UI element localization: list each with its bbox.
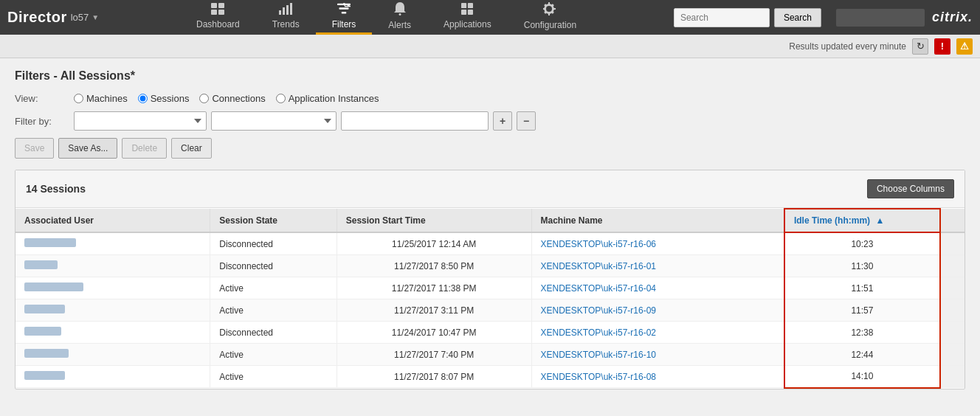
cell-state: Disconnected: [210, 255, 337, 277]
cell-idle-time: 14:10: [784, 366, 940, 388]
col-idle-time-label: Idle Time (hh:mm): [794, 215, 870, 226]
col-session-state[interactable]: Session State: [210, 209, 337, 232]
cell-user: [15, 232, 210, 255]
refresh-button[interactable]: ↻: [912, 38, 928, 55]
cell-machine-name[interactable]: XENDESKTOP\uk-i57-r16-02: [531, 322, 784, 344]
nav-item-alerts-label: Alerts: [388, 20, 411, 30]
cell-scroll: [940, 299, 965, 322]
cell-machine-name[interactable]: XENDESKTOP\uk-i57-r16-09: [531, 299, 784, 322]
filter-select-2[interactable]: [211, 111, 337, 131]
cell-scroll: [940, 322, 965, 344]
col-machine-name[interactable]: Machine Name: [531, 209, 784, 232]
radio-app-instances[interactable]: Application Instances: [276, 93, 379, 104]
brand-logo: Director: [7, 9, 67, 26]
cell-idle-time: 11:51: [784, 277, 940, 299]
cell-start-time: 11/27/2017 8:50 PM: [337, 255, 531, 277]
radio-connections-label: Connections: [212, 93, 265, 104]
svg-rect-9: [339, 7, 348, 9]
col-session-start-time[interactable]: Session Start Time: [337, 209, 531, 232]
warning-indicator[interactable]: ⚠: [956, 38, 973, 55]
search-input[interactable]: [674, 8, 770, 27]
cell-scroll: [940, 277, 965, 299]
filter-select-1[interactable]: [74, 111, 207, 131]
page-title: Filters - All Sessions*: [15, 69, 965, 83]
sessions-header: 14 Sessions Choose Columns: [15, 170, 965, 208]
cell-start-time: 11/24/2017 10:47 PM: [337, 322, 531, 344]
svg-rect-6: [286, 5, 289, 15]
svg-rect-14: [468, 3, 473, 8]
remove-filter-button[interactable]: −: [517, 111, 536, 131]
cell-user: [15, 255, 210, 277]
table-row: Disconnected11/27/2017 8:50 PMXENDESKTOP…: [15, 255, 965, 277]
nav-items: Dashboard Trends: [180, 0, 593, 35]
nav-item-applications-label: Applications: [444, 19, 491, 30]
cell-user: [15, 322, 210, 344]
save-button[interactable]: Save: [15, 138, 54, 159]
cell-user: [15, 344, 210, 366]
svg-rect-13: [461, 3, 466, 8]
nav-item-alerts[interactable]: Alerts: [372, 0, 427, 35]
radio-machines-label: Machines: [86, 93, 128, 104]
col-idle-time[interactable]: Idle Time (hh:mm) ▲: [784, 209, 940, 232]
cell-machine-name[interactable]: XENDESKTOP\uk-i57-r16-01: [531, 255, 784, 277]
cell-scroll: [940, 344, 965, 366]
radio-machines[interactable]: Machines: [74, 93, 128, 104]
main-content: Filters - All Sessions* View: Machines S…: [0, 58, 980, 401]
nav-item-filters[interactable]: Filters: [316, 0, 373, 35]
cell-scroll: [940, 232, 965, 255]
table-row: Active11/27/2017 3:11 PMXENDESKTOP\uk-i5…: [15, 299, 965, 322]
cell-machine-name[interactable]: XENDESKTOP\uk-i57-r16-10: [531, 344, 784, 366]
cell-machine-name[interactable]: XENDESKTOP\uk-i57-r16-06: [531, 232, 784, 255]
table-row: Disconnected11/25/2017 12:14 AMXENDESKTO…: [15, 232, 965, 255]
nav-item-trends[interactable]: Trends: [256, 0, 316, 35]
choose-columns-button[interactable]: Choose Columns: [867, 179, 954, 198]
col-associated-user[interactable]: Associated User: [15, 209, 210, 232]
radio-connections[interactable]: Connections: [199, 93, 265, 104]
view-radio-group: Machines Sessions Connections Applicatio…: [74, 93, 379, 104]
cell-idle-time: 12:38: [784, 322, 940, 344]
svg-rect-15: [461, 10, 466, 15]
cell-state: Active: [210, 277, 337, 299]
trends-icon: [279, 3, 292, 18]
alerts-icon: [394, 2, 406, 18]
nav-item-dashboard-label: Dashboard: [196, 19, 240, 30]
cell-machine-name[interactable]: XENDESKTOP\uk-i57-r16-04: [531, 277, 784, 299]
radio-sessions-label: Sessions: [151, 93, 190, 104]
site-selector[interactable]: lo57 ▼: [71, 12, 99, 23]
search-button[interactable]: Search: [774, 8, 821, 27]
cell-state: Active: [210, 366, 337, 388]
add-filter-button[interactable]: +: [493, 111, 512, 131]
site-name: lo57: [71, 12, 89, 23]
nav-item-trends-label: Trends: [272, 19, 300, 30]
radio-machines-input[interactable]: [74, 94, 83, 103]
cell-scroll: [940, 366, 965, 388]
citrix-logo: citrix.: [932, 10, 973, 25]
dashboard-icon: [211, 3, 224, 18]
nav-item-applications[interactable]: Applications: [427, 0, 508, 35]
radio-sessions-input[interactable]: [138, 94, 148, 103]
delete-button[interactable]: Delete: [122, 138, 167, 159]
table-row: Active11/27/2017 7:40 PMXENDESKTOP\uk-i5…: [15, 344, 965, 366]
nav-item-configuration[interactable]: Configuration: [508, 0, 593, 35]
table-header-row: Associated User Session State Session St…: [15, 209, 965, 232]
clear-button[interactable]: Clear: [171, 138, 212, 159]
filter-text-input[interactable]: [341, 111, 489, 131]
cell-start-time: 11/27/2017 7:40 PM: [337, 344, 531, 366]
configuration-icon: [543, 2, 556, 18]
error-indicator[interactable]: !: [934, 38, 950, 55]
svg-rect-16: [468, 10, 473, 15]
save-as-button[interactable]: Save As...: [58, 138, 117, 159]
cell-state: Disconnected: [210, 322, 337, 344]
nav-item-dashboard[interactable]: Dashboard: [180, 0, 256, 35]
radio-app-instances-input[interactable]: [276, 94, 286, 103]
radio-connections-input[interactable]: [199, 94, 209, 103]
cell-idle-time: 10:23: [784, 232, 940, 255]
svg-rect-10: [342, 12, 347, 13]
view-filter-row: View: Machines Sessions Connections Appl…: [15, 93, 965, 104]
cell-state: Active: [210, 344, 337, 366]
nav-item-configuration-label: Configuration: [524, 20, 576, 30]
cell-user: [15, 366, 210, 388]
status-bar: Results updated every minute ↻ ! ⚠: [0, 35, 980, 58]
radio-sessions[interactable]: Sessions: [138, 93, 190, 104]
cell-machine-name[interactable]: XENDESKTOP\uk-i57-r16-08: [531, 366, 784, 388]
